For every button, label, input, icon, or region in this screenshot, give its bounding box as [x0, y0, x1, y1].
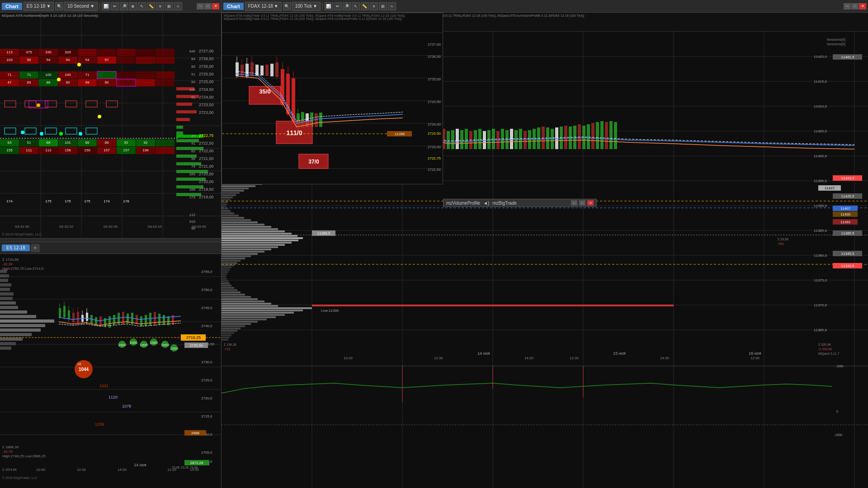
svg-rect-79: [86, 128, 97, 134]
right-pointer-icon[interactable]: ↖: [352, 2, 360, 10]
svg-text:-1000: -1000: [834, 433, 842, 436]
search-icon[interactable]: 🔍: [55, 2, 63, 10]
order-icon[interactable]: ≡: [156, 2, 164, 10]
svg-text:1000: 1000: [129, 341, 137, 345]
svg-rect-200: [0, 301, 16, 305]
right-timeframe-dropdown[interactable]: 100 Tick ▼: [292, 2, 321, 11]
svg-rect-75: [5, 128, 16, 134]
svg-rect-425: [222, 282, 230, 284]
svg-rect-226: [95, 317, 97, 325]
timeframe-dropdown[interactable]: 10 Second ▼: [64, 2, 98, 11]
svg-rect-237: [145, 315, 147, 326]
es-symbol-label: ES 12-18: [27, 4, 46, 9]
svg-text:63: 63: [8, 141, 12, 145]
svg-rect-446: [222, 330, 237, 332]
right-draw-icon[interactable]: ✏: [334, 2, 342, 10]
svg-rect-492: [451, 130, 454, 149]
right-close-btn[interactable]: ✕: [859, 3, 866, 9]
chart-type-icon[interactable]: 📊: [102, 2, 110, 10]
svg-text:2705,0: 2705,0: [201, 450, 212, 455]
left-minimize-btn[interactable]: ─: [197, 3, 204, 9]
svg-rect-512: [542, 127, 545, 149]
es-lower-chart: 2719,25 1044 16 1000 1000 1000 1085 1000…: [0, 254, 221, 488]
popup-minimize-btn[interactable]: ─: [571, 200, 577, 206]
svg-rect-406: [222, 239, 298, 241]
popup-maximize-btn[interactable]: □: [579, 200, 585, 206]
svg-text:2727,00: 2727,00: [199, 49, 214, 53]
svg-rect-199: [0, 297, 13, 300]
svg-rect-403: [222, 233, 292, 235]
svg-text:-591: -591: [778, 242, 784, 245]
right-indicator-icon[interactable]: ≈: [388, 2, 396, 10]
right-toolbar: 🔍 100 Tick ▼ 📊 ✏ 🔎 ↖ 📏 ≡ ⊞ ≈: [283, 2, 396, 11]
svg-text:2725,00: 2725,00: [428, 77, 441, 81]
svg-rect-77: [45, 128, 57, 134]
svg-rect-411: [222, 251, 264, 253]
ts-4: 04:43:10: [148, 225, 162, 229]
right-maximize-btn[interactable]: □: [851, 3, 859, 9]
left-maximize-btn[interactable]: □: [204, 3, 212, 9]
svg-text:11405,0: 11405,0: [814, 129, 827, 133]
zoom-icon[interactable]: 🔎: [120, 2, 128, 10]
svg-text:11400,0: 11400,0: [814, 154, 827, 158]
svg-rect-513: [546, 127, 549, 149]
svg-text:112: 112: [189, 213, 196, 217]
right-zoom-icon[interactable]: 🔎: [343, 2, 351, 10]
add-tab-btn[interactable]: +: [31, 244, 40, 252]
svg-text:11365,0: 11365,0: [814, 328, 827, 332]
svg-text:2722,50: 2722,50: [199, 141, 214, 145]
right-measure-icon[interactable]: 📏: [361, 2, 369, 10]
right-chart-label: Chart: [223, 3, 244, 10]
es-scroll[interactable]: [0, 239, 221, 242]
svg-rect-493: [456, 129, 459, 149]
pointer-icon[interactable]: ↖: [138, 2, 146, 10]
svg-text:2722,50: 2722,50: [428, 168, 441, 172]
svg-rect-500: [487, 130, 491, 149]
svg-rect-39: [156, 71, 175, 79]
svg-rect-80: [5, 101, 16, 107]
svg-rect-404: [222, 235, 297, 237]
svg-rect-390: [222, 203, 227, 205]
popup-close-btn[interactable]: ✕: [587, 200, 594, 206]
left-close-btn[interactable]: ✕: [212, 3, 219, 9]
svg-rect-426: [222, 285, 231, 286]
right-search-icon[interactable]: 🔍: [283, 2, 291, 10]
svg-text:2724,50: 2724,50: [199, 87, 214, 92]
es-symbol-dropdown[interactable]: ES 12-18 ▼: [24, 2, 54, 11]
svg-text:2755,0: 2755,0: [201, 270, 212, 274]
measure-icon[interactable]: 📏: [147, 2, 155, 10]
popup-title-bar: mzVolumeProfile ◄) mzBigTrade ─ □ ✕: [443, 199, 596, 206]
template-icon[interactable]: ⊞: [165, 2, 173, 10]
right-minimize-btn[interactable]: ─: [844, 3, 851, 9]
ts-3: 04:42:40: [104, 225, 118, 229]
es-copyright: © 2018 NinjaTrader, LLC: [2, 232, 42, 236]
right-template-icon[interactable]: ⊞: [379, 2, 387, 10]
svg-rect-386: [222, 194, 236, 196]
svg-text:2721,00: 2721,00: [199, 164, 214, 169]
crosshair-icon[interactable]: ⊕: [129, 2, 137, 10]
right-chart-icon[interactable]: 📊: [325, 2, 333, 10]
svg-rect-424: [222, 280, 228, 282]
svg-text:90: 90: [105, 80, 109, 84]
svg-text:88: 88: [85, 141, 90, 145]
right-order-icon[interactable]: ≡: [370, 2, 378, 10]
svg-text:157: 157: [104, 148, 110, 152]
svg-text:11396: 11396: [395, 132, 405, 136]
svg-text:57: 57: [105, 58, 109, 62]
svg-text:10:30: 10:30: [36, 468, 46, 472]
svg-text:12:30: 12:30: [434, 356, 443, 360]
svg-rect-19: [117, 49, 136, 56]
fdax-symbol-dropdown[interactable]: FDAX 12-18 ▼: [245, 2, 282, 11]
svg-rect-18: [97, 49, 116, 56]
svg-rect-437: [222, 310, 303, 311]
indicator-icon[interactable]: ≈: [174, 2, 182, 10]
svg-text:-10,7K: -10,7K: [2, 450, 13, 454]
svg-text:23,2K: 23,2K: [181, 466, 189, 469]
separator-2: [322, 3, 323, 10]
draw-icon[interactable]: ✏: [111, 2, 119, 10]
svg-rect-194: [0, 274, 9, 277]
es-tab[interactable]: ES 12-18: [2, 244, 30, 251]
svg-rect-421: [222, 273, 227, 275]
svg-text:15 ноя: 15 ноя: [613, 351, 625, 356]
svg-text:2725,00: 2725,00: [199, 80, 214, 84]
